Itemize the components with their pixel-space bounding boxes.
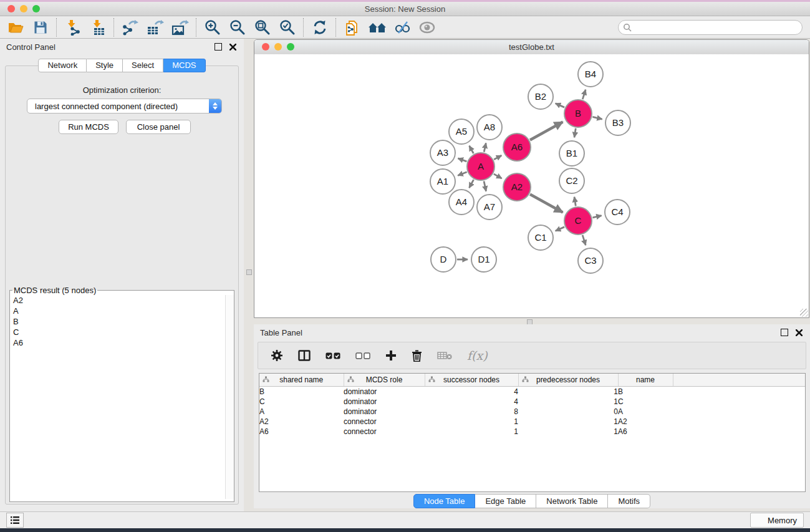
network-canvas[interactable]: B4B2BB3A8A5A6A3B1AA1C2A2A4A7C4CC1DD1C3 (254, 54, 809, 317)
tab-network[interactable]: Network (38, 59, 87, 72)
import-network-button[interactable] (64, 19, 82, 36)
network-window-titlebar[interactable]: testGlobe.txt (254, 40, 809, 55)
result-item-a2[interactable]: A2 (10, 295, 226, 306)
float-panel-icon[interactable] (215, 43, 222, 51)
graph-edge-c-c2[interactable] (574, 197, 576, 206)
graph-edge-a-a6[interactable] (494, 155, 501, 159)
tab-node-table[interactable]: Node Table (413, 494, 476, 508)
close-table-panel-icon[interactable] (796, 329, 803, 336)
result-item-a[interactable]: A (10, 306, 226, 316)
optimization-dropdown[interactable]: largest connected component (directed) (27, 99, 222, 114)
graph-edge-a-a5[interactable] (470, 146, 474, 153)
tab-select[interactable]: Select (123, 59, 163, 72)
open-file-button[interactable] (6, 19, 25, 36)
cell-mcds-role[interactable]: connector (344, 417, 425, 427)
cell-mcds-role[interactable]: connector (344, 427, 425, 437)
cell-shared-name[interactable]: C (259, 397, 344, 407)
graph-edge-a2-c[interactable] (530, 195, 562, 213)
cell-mcds-role[interactable]: dominator (344, 387, 425, 397)
graph-edge-a-a8[interactable] (484, 143, 486, 152)
float-table-panel-icon[interactable] (781, 329, 788, 336)
close-panel-icon[interactable] (229, 44, 236, 51)
task-history-button[interactable] (6, 513, 24, 528)
table-row[interactable]: A2connector11A2 (259, 417, 805, 427)
hide-selected-button[interactable] (393, 19, 412, 36)
table-row[interactable]: A6connector11A6 (259, 427, 805, 437)
export-network-button[interactable] (121, 19, 140, 36)
run-mcds-button[interactable]: Run MCDS (59, 120, 118, 134)
zoom-fit-button[interactable] (253, 19, 272, 36)
table-settings-button[interactable] (271, 349, 283, 362)
cell-shared-name[interactable]: A6 (259, 427, 344, 437)
graph-edge-c-c1[interactable] (556, 227, 564, 231)
table-row[interactable]: Cdominator41C (259, 397, 805, 407)
show-column-panel-button[interactable] (298, 350, 311, 361)
column-header-predecessor-nodes[interactable]: predecessor nodes (518, 374, 618, 387)
column-header-mcds-role[interactable]: MCDS role (344, 374, 425, 387)
graph-edge-a6-b[interactable] (530, 122, 562, 140)
vertical-divider-handle[interactable] (246, 269, 252, 275)
deselect-all-button[interactable] (355, 352, 370, 359)
apply-function-button[interactable]: f(x) (467, 349, 488, 362)
result-scrollbar[interactable] (225, 295, 234, 499)
select-all-button[interactable] (325, 352, 340, 359)
cell-shared-name[interactable]: A (259, 407, 344, 417)
cell-predecessor-nodes[interactable]: 0 (518, 407, 618, 417)
cell-predecessor-nodes[interactable]: 1 (518, 427, 618, 437)
cell-successor-nodes[interactable]: 1 (425, 417, 518, 427)
table-row[interactable]: Bdominator41B (259, 387, 805, 397)
graph-edge-c-c4[interactable] (592, 216, 601, 218)
tab-motifs[interactable]: Motifs (608, 494, 650, 508)
cell-name[interactable]: C (618, 397, 673, 407)
add-column-button[interactable] (385, 350, 397, 361)
zoom-selected-button[interactable] (278, 19, 297, 36)
cell-successor-nodes[interactable]: 4 (425, 387, 518, 397)
show-graphics-details-button[interactable] (418, 19, 436, 36)
graph-edge-a-a1[interactable] (458, 172, 466, 176)
result-item-b[interactable]: B (10, 316, 226, 327)
resize-grip[interactable] (800, 309, 808, 317)
tab-edge-table[interactable]: Edge Table (475, 494, 536, 508)
export-image-button[interactable] (171, 19, 190, 36)
cell-name[interactable]: B (618, 387, 673, 397)
graph-edge-a-a3[interactable] (458, 158, 466, 162)
search-input[interactable] (618, 20, 803, 35)
first-neighbors-button[interactable] (368, 19, 387, 36)
cell-mcds-role[interactable]: dominator (344, 397, 425, 407)
save-session-button[interactable] (31, 19, 50, 36)
graph-edge-c-c3[interactable] (582, 235, 586, 245)
graph-edge-a-a7[interactable] (484, 181, 486, 191)
export-table-button[interactable] (146, 19, 165, 36)
cell-successor-nodes[interactable]: 1 (425, 427, 518, 437)
tab-network-table[interactable]: Network Table (536, 494, 608, 508)
table-row[interactable]: Adominator80A (259, 407, 805, 417)
delete-columns-button[interactable] (412, 350, 422, 362)
zoom-out-button[interactable] (228, 19, 247, 36)
cell-successor-nodes[interactable]: 8 (425, 407, 518, 417)
cell-shared-name[interactable]: A2 (259, 417, 344, 427)
tab-style[interactable]: Style (87, 59, 123, 72)
cell-name[interactable]: A2 (618, 417, 673, 427)
graph-edge-b-b3[interactable] (592, 117, 602, 119)
graph-edge-a-a2[interactable] (494, 174, 502, 178)
close-panel-button[interactable]: Close panel (126, 120, 191, 134)
refresh-view-button[interactable] (311, 19, 329, 36)
column-header-successor-nodes[interactable]: successor nodes (425, 374, 518, 387)
tab-mcds[interactable]: MCDS (163, 59, 205, 72)
cell-successor-nodes[interactable]: 4 (425, 397, 518, 407)
cell-mcds-role[interactable]: dominator (344, 407, 425, 417)
clone-network-button[interactable] (343, 19, 362, 36)
zoom-in-button[interactable] (203, 19, 222, 36)
column-header-shared-name[interactable]: shared name (259, 374, 344, 387)
graph-edge-b-b1[interactable] (574, 128, 576, 138)
graph-edge-a-a4[interactable] (469, 180, 473, 188)
result-item-c[interactable]: C (10, 327, 226, 337)
cell-predecessor-nodes[interactable]: 1 (518, 397, 618, 407)
memory-button[interactable]: Memory (750, 513, 804, 528)
cell-name[interactable]: A (618, 407, 673, 417)
graph-edge-b-b2[interactable] (556, 104, 564, 107)
cell-shared-name[interactable]: B (259, 387, 344, 397)
delete-table-button[interactable] (437, 351, 452, 360)
cell-predecessor-nodes[interactable]: 1 (518, 417, 618, 427)
result-item-a6[interactable]: A6 (10, 337, 226, 348)
